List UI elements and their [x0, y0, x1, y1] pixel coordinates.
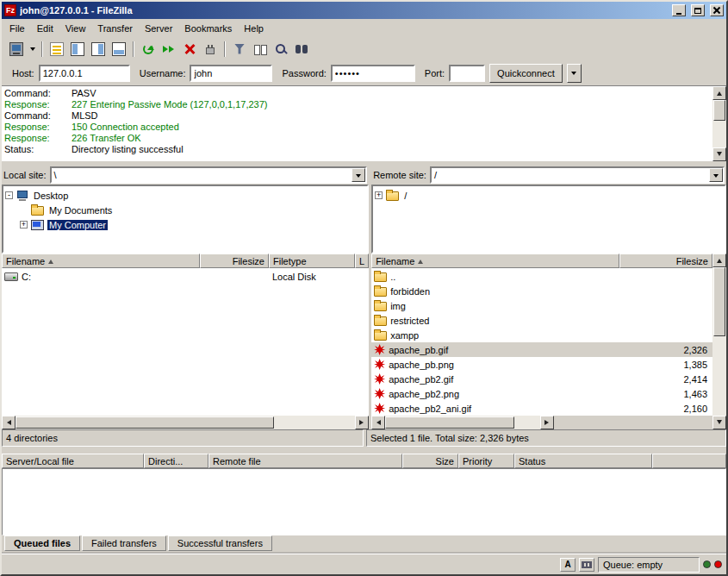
tab-successful-transfers[interactable]: Successful transfers: [168, 535, 272, 551]
disconnect-button[interactable]: [200, 40, 221, 59]
column-header-size[interactable]: Size: [402, 454, 458, 468]
combo-dropdown-button[interactable]: [352, 168, 365, 182]
column-header-filename[interactable]: Filename: [371, 254, 619, 268]
cancel-button[interactable]: [179, 40, 200, 59]
remote-site-combo[interactable]: /: [430, 166, 725, 184]
column-header-status[interactable]: Status: [514, 454, 652, 468]
remote-file-row-selected[interactable]: apache_pb.gif 2,326: [371, 342, 712, 357]
tree-item-root[interactable]: + /: [375, 188, 723, 203]
local-directory-tree: - Desktop My Documents + My Computer: [2, 185, 369, 254]
refresh-button[interactable]: [138, 40, 159, 59]
menu-view[interactable]: View: [59, 21, 92, 36]
quickconnect-dropdown[interactable]: [567, 64, 582, 83]
scroll-left-button[interactable]: [371, 416, 385, 429]
scroll-track[interactable]: [712, 100, 726, 147]
toggle-message-log-button[interactable]: [47, 40, 67, 59]
scroll-track[interactable]: [385, 416, 540, 429]
find-button[interactable]: [271, 40, 291, 59]
column-header-priority[interactable]: Priority: [458, 454, 514, 468]
remote-file-row[interactable]: apache_pb2_ani.gif 2,160: [371, 401, 712, 416]
remote-file-row[interactable]: img: [371, 298, 712, 313]
local-horizontal-scrollbar[interactable]: [2, 416, 369, 429]
scroll-thumb[interactable]: [385, 416, 514, 429]
scroll-thumb[interactable]: [713, 100, 725, 121]
host-input[interactable]: [39, 65, 130, 82]
minimize-icon: [676, 13, 681, 15]
queue-splitter[interactable]: [2, 447, 726, 454]
remote-horizontal-scrollbar[interactable]: [371, 416, 554, 429]
expand-icon[interactable]: +: [20, 221, 28, 229]
remote-file-row[interactable]: forbidden: [371, 284, 712, 298]
tree-item-my-documents[interactable]: My Documents: [5, 203, 365, 217]
maximize-button[interactable]: [691, 4, 705, 16]
menu-help[interactable]: Help: [238, 21, 270, 36]
menu-transfer[interactable]: Transfer: [91, 21, 139, 36]
tree-item-my-computer[interactable]: + My Computer: [5, 217, 365, 232]
column-header-filename[interactable]: Filename: [2, 254, 200, 268]
site-manager-dropdown[interactable]: [27, 40, 38, 59]
scroll-down-button[interactable]: [712, 147, 726, 161]
site-manager-button[interactable]: [6, 40, 27, 59]
transfer-queue-list[interactable]: [2, 468, 726, 535]
scroll-thumb[interactable]: [713, 267, 725, 336]
tree-item-desktop[interactable]: - Desktop: [5, 188, 365, 203]
remote-file-row[interactable]: ..: [371, 269, 712, 284]
scroll-down-button[interactable]: [712, 416, 726, 429]
username-label: Username:: [140, 68, 186, 78]
remote-vertical-scrollbar[interactable]: [712, 254, 726, 429]
keyboard-icon[interactable]: [579, 558, 594, 572]
toggle-local-pane-button[interactable]: [67, 40, 88, 59]
minimize-button[interactable]: [672, 4, 686, 16]
disconnect-icon: [206, 47, 215, 54]
menu-edit[interactable]: Edit: [31, 21, 59, 36]
column-header-last-modified[interactable]: L: [355, 254, 369, 268]
column-header-remote-file[interactable]: Remote file: [208, 454, 402, 468]
scroll-up-button[interactable]: [712, 86, 726, 100]
local-file-row[interactable]: C: Local Disk: [2, 269, 369, 284]
compare-button[interactable]: [250, 40, 271, 59]
local-site-label: Local site:: [3, 170, 47, 180]
expand-icon[interactable]: +: [375, 191, 383, 199]
menu-server[interactable]: Server: [139, 21, 178, 36]
remote-file-row[interactable]: apache_pb2.png 1,463: [371, 386, 712, 401]
column-header-filetype[interactable]: Filetype: [269, 254, 355, 268]
sort-ascending-icon: [418, 257, 423, 264]
quickconnect-button[interactable]: Quickconnect: [489, 64, 563, 83]
tab-failed-transfers[interactable]: Failed transfers: [82, 535, 166, 551]
scroll-up-button[interactable]: [712, 254, 726, 267]
username-input[interactable]: [190, 65, 272, 82]
tab-queued-files[interactable]: Queued files: [4, 535, 80, 551]
scroll-track[interactable]: [712, 267, 726, 416]
column-header-server-local-file[interactable]: Server/Local file: [2, 454, 144, 468]
combo-dropdown-button[interactable]: [709, 168, 723, 182]
synchronized-browsing-button[interactable]: [291, 40, 312, 59]
local-site-combo[interactable]: \: [50, 166, 368, 184]
column-header-filesize[interactable]: Filesize: [619, 254, 712, 268]
password-input[interactable]: [331, 65, 415, 82]
menu-file[interactable]: File: [3, 21, 31, 36]
toggle-queue-button[interactable]: [109, 40, 129, 59]
scroll-right-button[interactable]: [355, 416, 369, 429]
remote-file-row[interactable]: restricted: [371, 313, 712, 328]
scroll-thumb[interactable]: [16, 416, 274, 429]
toggle-remote-pane-button[interactable]: [88, 40, 109, 59]
log-scrollbar[interactable]: [712, 86, 726, 161]
folder-icon: [374, 302, 387, 311]
remote-file-row[interactable]: apache_pb.png 1,385: [371, 357, 712, 372]
column-header-direction[interactable]: Directi...: [144, 454, 208, 468]
port-input[interactable]: [449, 65, 485, 82]
close-button[interactable]: [710, 4, 724, 16]
remote-file-row[interactable]: xampp: [371, 328, 712, 342]
scroll-right-button[interactable]: [540, 416, 554, 429]
ascii-data-type-icon[interactable]: A: [560, 558, 576, 572]
scroll-left-button[interactable]: [2, 416, 16, 429]
remote-file-row[interactable]: apache_pb2.gif 2,414: [371, 372, 712, 386]
collapse-icon[interactable]: -: [5, 191, 13, 199]
arrow-left-icon: [374, 420, 381, 425]
image-file-icon: [374, 388, 385, 399]
scroll-track[interactable]: [16, 416, 355, 429]
menu-bookmarks[interactable]: Bookmarks: [178, 21, 238, 36]
column-header-filesize[interactable]: Filesize: [200, 254, 269, 268]
filter-button[interactable]: [229, 40, 250, 59]
process-queue-button[interactable]: [159, 40, 179, 59]
